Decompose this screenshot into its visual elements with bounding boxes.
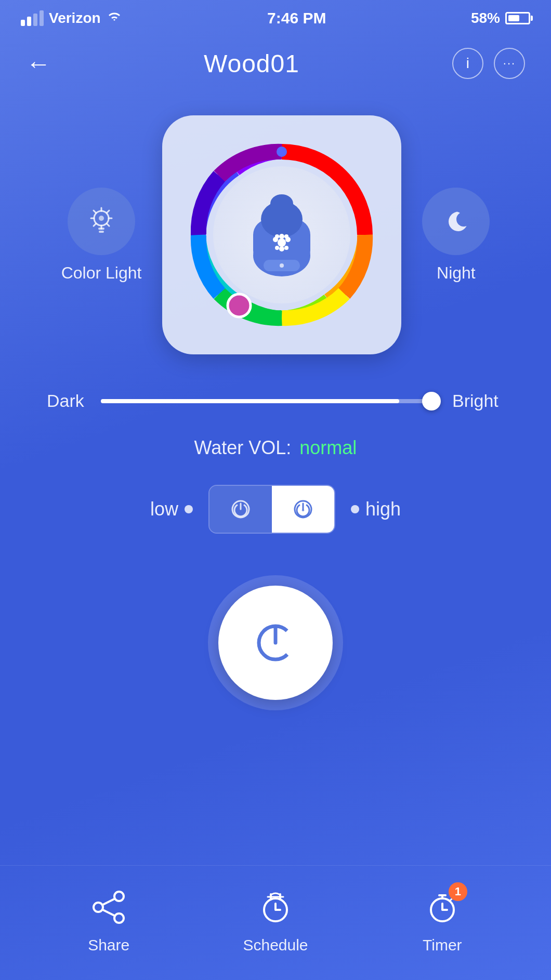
svg-point-1 <box>99 216 104 221</box>
bulb-icon <box>86 206 117 237</box>
svg-line-39 <box>103 899 114 905</box>
water-vol-value: normal <box>299 437 357 459</box>
nav-timer[interactable]: 1 Timer <box>422 886 463 954</box>
signal-bars <box>21 10 44 26</box>
battery-percent: 58% <box>471 10 500 27</box>
share-icon <box>88 886 129 928</box>
header-icons: i ··· <box>452 48 525 79</box>
header: ← Wood01 i ··· <box>0 37 551 89</box>
color-wheel-container[interactable] <box>162 115 401 354</box>
volume-toggle-section: low <box>150 485 401 534</box>
nav-schedule[interactable]: Schedule <box>243 886 308 954</box>
brightness-fill <box>101 399 399 403</box>
brightness-slider[interactable] <box>101 399 440 403</box>
svg-point-29 <box>275 246 279 250</box>
svg-point-22 <box>278 239 286 247</box>
info-button[interactable]: i <box>452 48 483 79</box>
svg-point-15 <box>228 294 251 317</box>
status-time: 7:46 PM <box>267 9 326 27</box>
back-button[interactable]: ← <box>26 49 51 78</box>
wifi-icon <box>106 10 123 27</box>
color-light-button[interactable]: Color Light <box>61 188 142 283</box>
power-section <box>208 575 343 710</box>
high-dot <box>351 505 359 513</box>
bottom-nav: Share Schedule 1 Timer <box>0 865 551 980</box>
night-label: Night <box>437 263 476 283</box>
high-label: high <box>351 498 401 520</box>
humidifier-icon <box>235 183 329 287</box>
high-toggle-button[interactable] <box>272 486 334 533</box>
more-button[interactable]: ··· <box>494 48 525 79</box>
svg-point-24 <box>279 246 284 251</box>
brightness-thumb[interactable] <box>422 392 441 410</box>
svg-line-8 <box>107 210 110 213</box>
svg-point-37 <box>114 913 124 923</box>
brightness-section: Dark Bright <box>21 375 530 427</box>
carrier-label: Verizon <box>49 10 101 27</box>
night-icon-circle <box>422 188 490 255</box>
volume-toggle-buttons <box>208 485 335 534</box>
power-icon <box>250 617 301 669</box>
svg-rect-11 <box>99 231 104 233</box>
svg-rect-10 <box>98 228 104 230</box>
svg-line-9 <box>94 223 96 226</box>
low-dot <box>185 505 193 513</box>
schedule-icon <box>255 886 296 928</box>
svg-point-32 <box>280 263 284 268</box>
svg-point-38 <box>94 903 103 912</box>
dark-label: Dark <box>47 391 88 411</box>
svg-point-30 <box>284 246 288 250</box>
color-wheel-section: Color Light <box>21 115 530 354</box>
night-button[interactable]: Night <box>422 188 490 283</box>
svg-line-40 <box>103 910 114 916</box>
status-left: Verizon <box>21 10 123 27</box>
moon-icon <box>440 206 471 237</box>
svg-line-6 <box>94 210 96 213</box>
schedule-label: Schedule <box>243 936 308 954</box>
water-vol-section: Water VOL: normal <box>194 437 357 459</box>
battery-icon <box>505 12 530 24</box>
color-light-icon-circle <box>68 188 135 255</box>
power-button-outer[interactable] <box>208 575 343 710</box>
low-toggle-button[interactable] <box>209 486 272 533</box>
timer-badge: 1 <box>449 882 467 901</box>
svg-point-28 <box>284 234 288 239</box>
color-ring[interactable] <box>183 136 381 334</box>
bright-label: Bright <box>452 391 504 411</box>
svg-point-27 <box>275 234 279 239</box>
status-bar: Verizon 7:46 PM 58% <box>0 0 551 32</box>
svg-point-36 <box>114 892 124 901</box>
power-button[interactable] <box>218 586 333 700</box>
page-title: Wood01 <box>204 49 299 78</box>
status-right: 58% <box>471 10 530 27</box>
main-content: Color Light <box>0 89 551 736</box>
color-light-label: Color Light <box>61 263 142 283</box>
svg-point-23 <box>279 234 284 239</box>
water-vol-label: Water VOL: <box>194 437 292 459</box>
timer-icon: 1 <box>422 886 463 928</box>
low-label: low <box>150 498 193 520</box>
nav-share[interactable]: Share <box>88 886 129 954</box>
svg-line-7 <box>107 223 110 226</box>
svg-rect-21 <box>270 203 293 213</box>
timer-label: Timer <box>423 936 462 954</box>
more-icon: ··· <box>503 57 516 70</box>
svg-point-16 <box>277 147 287 157</box>
share-label: Share <box>88 936 129 954</box>
